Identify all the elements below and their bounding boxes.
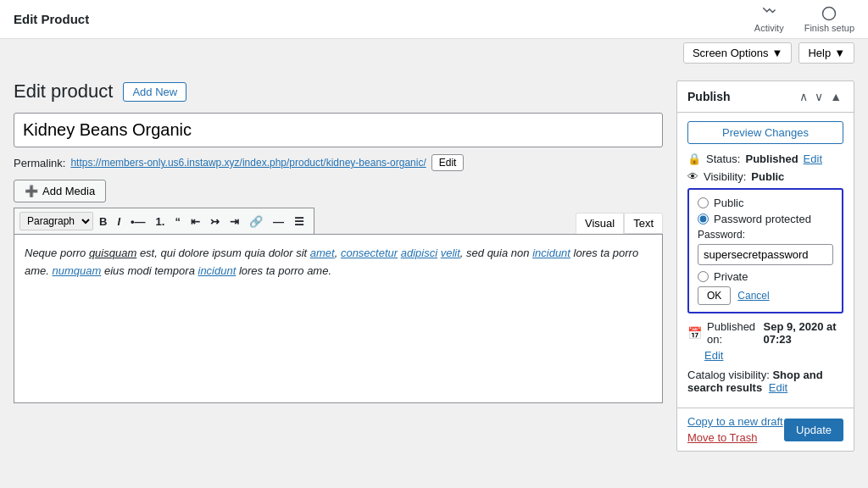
visibility-value: Public xyxy=(751,170,784,183)
tab-visual[interactable]: Visual xyxy=(576,213,624,234)
update-button[interactable]: Update xyxy=(784,419,843,441)
public-radio[interactable] xyxy=(698,197,709,208)
finish-setup-button[interactable]: Finish setup xyxy=(804,6,854,33)
private-radio[interactable] xyxy=(698,271,709,282)
public-option-row: Public xyxy=(698,197,833,209)
unordered-list-button[interactable]: •— xyxy=(126,213,150,230)
visibility-row: 👁 Visibility: Public xyxy=(687,170,843,183)
add-media-button[interactable]: ➕ Add Media xyxy=(14,180,106,202)
toolbar-toggle-button[interactable]: ☰ xyxy=(290,213,309,230)
page-title-row: Edit product Add New xyxy=(14,80,663,103)
add-new-button[interactable]: Add New xyxy=(123,82,186,102)
metabox-up-button[interactable]: ∧ xyxy=(798,88,810,105)
private-label: Private xyxy=(714,270,748,283)
italic-button[interactable]: I xyxy=(113,213,125,230)
admin-bar-title: Edit Product xyxy=(14,12,89,26)
private-option-row: Private xyxy=(698,270,833,283)
metabox-controls: ∧ ∨ ▲ xyxy=(798,88,843,105)
status-value: Published xyxy=(745,152,798,165)
visibility-ok-button[interactable]: OK xyxy=(698,286,731,305)
password-input[interactable] xyxy=(698,244,833,265)
published-on-row: 📅 Published on: Sep 9, 2020 at 07:23 xyxy=(687,320,843,346)
editor-area: Edit product Add New Permalink: https://… xyxy=(14,80,663,465)
published-on-label: Published on: xyxy=(707,320,759,346)
activity-icon xyxy=(761,6,776,21)
publish-metabox-header: Publish ∧ ∨ ▲ xyxy=(677,81,854,113)
password-protected-option-row: Password protected xyxy=(698,213,833,225)
page-title: Edit product xyxy=(14,80,113,103)
published-on-value: Sep 9, 2020 at 07:23 xyxy=(764,320,843,346)
svg-point-0 xyxy=(823,7,836,19)
catalog-visibility-row: Catalog visibility: Shop and search resu… xyxy=(687,369,843,394)
tab-text[interactable]: Text xyxy=(624,213,663,234)
editor-tabs: Visual Text xyxy=(576,213,663,234)
more-button[interactable]: ― xyxy=(269,213,288,230)
editor-toolbar: Paragraph B I •— 1. “ ⇤ ↣ ⇥ 🔗 ― ☰ xyxy=(14,208,314,234)
align-center-button[interactable]: ↣ xyxy=(206,213,224,230)
password-protected-label: Password protected xyxy=(714,213,811,225)
bold-button[interactable]: B xyxy=(95,213,111,230)
add-media-icon: ➕ xyxy=(25,185,38,197)
visibility-popup: Public Password protected Password: Priv… xyxy=(687,188,843,313)
paragraph-select[interactable]: Paragraph xyxy=(19,212,93,230)
publish-title: Publish xyxy=(687,90,731,103)
preview-changes-button[interactable]: Preview Changes xyxy=(687,121,843,144)
align-left-button[interactable]: ⇤ xyxy=(186,213,204,230)
copy-to-draft-link[interactable]: Copy to a new draft xyxy=(687,415,783,428)
admin-bar-right: Activity Finish setup xyxy=(754,6,854,33)
finish-setup-icon xyxy=(821,6,837,21)
status-label: Status: xyxy=(706,152,740,165)
calendar-icon: 📅 xyxy=(687,326,702,340)
catalog-edit-link[interactable]: Edit xyxy=(769,381,787,394)
page-wrap: Edit product Add New Permalink: https://… xyxy=(0,67,868,479)
editor-paragraph: Neque porro quisquam est, qui dolore ips… xyxy=(25,245,652,280)
password-field-label: Password: xyxy=(698,229,833,241)
permalink-edit-button[interactable]: Edit xyxy=(431,154,465,171)
admin-bar: Edit Product Activity Finish setup xyxy=(0,0,868,39)
public-label: Public xyxy=(714,197,743,209)
align-right-button[interactable]: ⇥ xyxy=(225,213,243,230)
publish-metabox-footer: Copy to a new draft Move to Trash Update xyxy=(677,408,854,451)
activity-button[interactable]: Activity xyxy=(754,6,784,33)
permalink-label: Permalink: xyxy=(14,157,65,169)
visibility-icon: 👁 xyxy=(687,170,698,183)
visibility-cancel-button[interactable]: Cancel xyxy=(737,286,769,305)
published-edit-link[interactable]: Edit xyxy=(704,349,723,362)
permalink-row: Permalink: https://members-only.us6.inst… xyxy=(14,154,663,171)
product-title-input[interactable] xyxy=(14,113,663,147)
visibility-actions: OK Cancel xyxy=(698,286,833,305)
blockquote-button[interactable]: “ xyxy=(170,213,185,230)
screen-options-button[interactable]: Screen Options ▼ xyxy=(683,42,792,64)
options-bar: Screen Options ▼ Help ▼ xyxy=(0,39,868,67)
lock-icon: 🔒 xyxy=(687,152,701,165)
sidebar: Publish ∧ ∨ ▲ Preview Changes 🔒 Status: … xyxy=(676,80,854,465)
password-protected-radio[interactable] xyxy=(698,214,709,225)
footer-links: Copy to a new draft Move to Trash xyxy=(687,415,783,444)
editor-content[interactable]: Neque porro quisquam est, qui dolore ips… xyxy=(14,234,663,403)
metabox-expand-button[interactable]: ▲ xyxy=(828,88,843,105)
catalog-label: Catalog visibility: xyxy=(687,369,770,381)
permalink-link[interactable]: https://members-only.us6.instawp.xyz/ind… xyxy=(70,157,426,169)
help-button[interactable]: Help ▼ xyxy=(798,42,854,64)
publish-metabox: Publish ∧ ∨ ▲ Preview Changes 🔒 Status: … xyxy=(676,80,854,452)
move-to-trash-link[interactable]: Move to Trash xyxy=(687,431,783,444)
status-row: 🔒 Status: Published Edit xyxy=(687,152,843,165)
status-edit-link[interactable]: Edit xyxy=(804,152,822,165)
publish-metabox-body: Preview Changes 🔒 Status: Published Edit… xyxy=(677,113,854,408)
metabox-down-button[interactable]: ∨ xyxy=(813,88,825,105)
ordered-list-button[interactable]: 1. xyxy=(152,213,170,230)
link-button[interactable]: 🔗 xyxy=(245,213,267,230)
visibility-label: Visibility: xyxy=(704,170,746,183)
